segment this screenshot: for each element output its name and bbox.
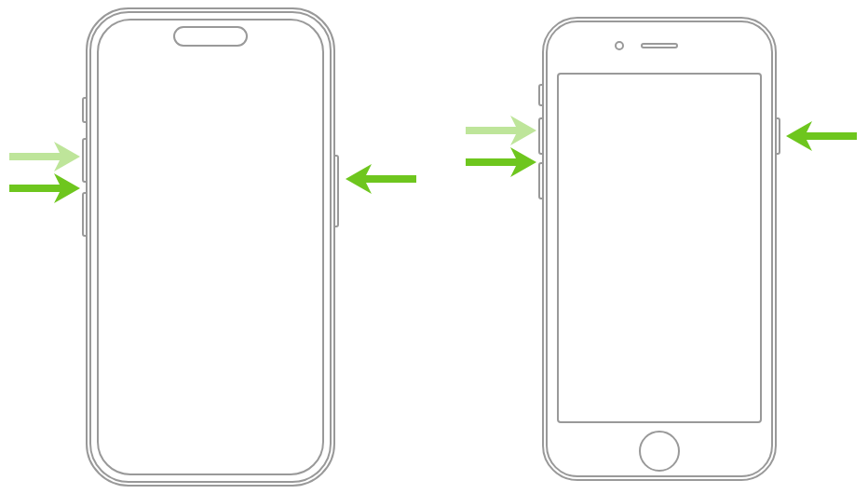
arrow-volume-buttons-left-2: [462, 104, 542, 185]
screen: [97, 19, 324, 475]
dynamic-island: [173, 26, 248, 47]
iphone-homebutton: [542, 17, 777, 481]
arrow-side-button-right-1: [340, 157, 420, 201]
screen: [557, 73, 762, 423]
diagram-canvas: [0, 0, 868, 494]
earpiece-speaker: [641, 43, 678, 48]
front-camera: [615, 41, 624, 50]
arrow-volume-buttons-left-1: [6, 130, 86, 211]
arrow-side-button-right-2: [780, 114, 861, 158]
home-button: [639, 431, 680, 472]
iphone-faceid: [86, 7, 335, 487]
